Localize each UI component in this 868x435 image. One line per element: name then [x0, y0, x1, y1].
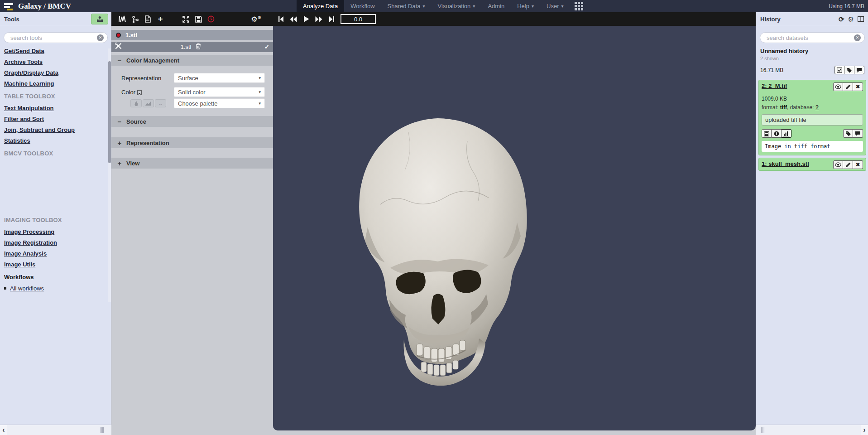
- tool-section-join-subtract-group[interactable]: Join, Subtract and Group: [4, 126, 106, 133]
- palette-select[interactable]: Choose palette ▾: [174, 98, 265, 108]
- tool-section-get-send-data[interactable]: Get/Send Data: [4, 48, 106, 54]
- rescale-range-button[interactable]: ↔: [155, 99, 166, 107]
- active-source-row[interactable]: 1.stl ✓: [111, 42, 273, 52]
- visualize-charts-button[interactable]: [782, 129, 791, 138]
- expand-icon: +: [117, 139, 122, 147]
- bookmark-icon[interactable]: [135, 89, 142, 96]
- history-name[interactable]: Unnamed history: [760, 48, 808, 54]
- toolbox-heading-imaging: IMAGING TOOLBOX: [4, 217, 106, 223]
- galaxy-app: Galaxy / BMCV Analyze Data Workflow Shar…: [0, 0, 868, 435]
- download-save-button[interactable]: [762, 129, 772, 138]
- menu-analyze-data[interactable]: Analyze Data: [297, 0, 344, 12]
- menu-admin[interactable]: Admin: [481, 0, 511, 12]
- skull-mesh-render: [340, 114, 535, 386]
- tool-section-image-processing[interactable]: Image Processing: [4, 228, 106, 235]
- resize-grip[interactable]: [101, 427, 106, 433]
- section-source[interactable]: − Source: [111, 116, 273, 127]
- menu-workflow[interactable]: Workflow: [344, 0, 381, 12]
- history-annotation-button[interactable]: [854, 66, 864, 74]
- edit-curves-icon[interactable]: [116, 12, 129, 26]
- edit-pencil-button[interactable]: [843, 82, 853, 91]
- apply-check-icon[interactable]: ✓: [264, 44, 269, 50]
- render-viewport[interactable]: [273, 26, 756, 430]
- tools-scrollbar-thumb[interactable]: [108, 61, 111, 163]
- tool-section-filter-and-sort[interactable]: Filter and Sort: [4, 116, 106, 122]
- delete-x-button[interactable]: ✖: [853, 160, 863, 169]
- resize-grip[interactable]: [761, 427, 767, 433]
- reset-camera-expand-icon[interactable]: [179, 12, 192, 26]
- clear-search-icon[interactable]: ✕: [854, 34, 861, 41]
- pipeline-tree-icon[interactable]: [129, 12, 141, 26]
- display-eye-button[interactable]: [833, 160, 843, 169]
- delete-x-button[interactable]: ✖: [853, 82, 863, 91]
- active-source-label: 1.stl: [181, 44, 192, 50]
- menu-shared-data[interactable]: Shared Data▾: [381, 0, 432, 12]
- brand[interactable]: Galaxy / BMCV: [4, 0, 71, 12]
- collapse-right-panel-chevron[interactable]: ›: [861, 425, 868, 435]
- time-value-field[interactable]: 0.0: [340, 14, 376, 24]
- previous-frame-button[interactable]: [287, 12, 300, 26]
- refresh-history-icon[interactable]: ⟳: [839, 16, 844, 23]
- save-icon[interactable]: [192, 12, 205, 26]
- representation-select[interactable]: Surface ▾: [174, 73, 265, 83]
- tool-section-archive-tools[interactable]: Archive Tools: [4, 58, 106, 65]
- history-options-gear-icon[interactable]: ⚙: [848, 16, 854, 23]
- clear-search-icon[interactable]: ✕: [97, 34, 104, 41]
- tool-section-image-registration[interactable]: Image Registration: [4, 239, 106, 246]
- color-droplet-button[interactable]: [130, 99, 142, 107]
- all-workflows-link[interactable]: All workflows: [4, 285, 106, 292]
- caret-down-icon: ▾: [259, 90, 261, 94]
- select-items-button[interactable]: [834, 66, 844, 74]
- section-representation[interactable]: + Representation: [111, 137, 273, 148]
- information-icon[interactable]: [167, 12, 179, 26]
- tool-sections: Get/Send Data Archive Tools Graph/Displa…: [4, 48, 106, 292]
- tools-scrollbar[interactable]: [108, 48, 111, 302]
- scalar-range-button[interactable]: [143, 99, 154, 107]
- menu-help[interactable]: Help▾: [511, 0, 540, 12]
- tool-section-statistics[interactable]: Statistics: [4, 137, 106, 144]
- history-tags-button[interactable]: [844, 66, 854, 74]
- section-view[interactable]: + View: [111, 158, 273, 169]
- history-search-input[interactable]: [767, 34, 854, 41]
- menu-visualization[interactable]: Visualization▾: [432, 0, 482, 12]
- webhooks-grid-icon[interactable]: [575, 2, 583, 10]
- pipeline-source-row[interactable]: 1.stl: [111, 30, 273, 40]
- multi-history-view-icon[interactable]: [858, 16, 864, 22]
- representation-label: Representation: [121, 75, 161, 82]
- right-panel-bottom-bar: ›: [756, 425, 868, 435]
- add-source-icon[interactable]: +: [154, 12, 167, 26]
- quota-usage[interactable]: Using 16.7 MB: [829, 0, 864, 12]
- tool-section-image-analysis[interactable]: Image Analysis: [4, 250, 106, 257]
- tool-section-graph-display-data[interactable]: Graph/Display Data: [4, 69, 106, 76]
- timer-clock-icon[interactable]: [205, 12, 217, 26]
- tool-section-image-utils[interactable]: Image Utils: [4, 261, 106, 268]
- tools-search-input[interactable]: [10, 34, 97, 41]
- section-color-management[interactable]: − Color Management: [111, 55, 273, 66]
- database-link[interactable]: ?: [815, 104, 819, 111]
- history-panel: History ⟳ ⚙ ✕ Unnamed history 2 shown 16…: [756, 12, 868, 425]
- expand-icon: +: [117, 160, 122, 167]
- color-label: Color: [121, 89, 142, 96]
- edit-pencil-button[interactable]: [843, 160, 853, 169]
- file-icon[interactable]: [141, 12, 154, 26]
- delete-source-icon[interactable]: [196, 43, 201, 51]
- menu-user[interactable]: User▾: [540, 0, 570, 12]
- color-select[interactable]: Solid color ▾: [174, 87, 265, 97]
- play-button[interactable]: [300, 12, 312, 26]
- dataset-details-info-button[interactable]: [772, 129, 782, 138]
- collapse-left-panel-chevron[interactable]: ‹: [0, 425, 7, 435]
- caret-down-icon: ▾: [259, 76, 261, 80]
- dataset-annotation-button[interactable]: [853, 129, 863, 138]
- dataset-title-link[interactable]: 2: 2_M.tif: [762, 82, 787, 89]
- skip-to-start-button[interactable]: [274, 12, 287, 26]
- settings-gears-icon[interactable]: ⚙⚙: [250, 12, 263, 26]
- workflows-title: Workflows: [4, 274, 106, 280]
- tool-section-text-manipulation[interactable]: Text Manipulation: [4, 105, 106, 111]
- dataset-title-link[interactable]: 1: skull_mesh.stl: [762, 160, 809, 167]
- dataset-tags-button[interactable]: [843, 129, 853, 138]
- upload-button[interactable]: [91, 14, 108, 24]
- tool-section-machine-learning[interactable]: Machine Learning: [4, 80, 106, 87]
- skip-to-end-button[interactable]: [325, 12, 338, 26]
- display-eye-button[interactable]: [833, 82, 843, 91]
- next-frame-button[interactable]: [312, 12, 325, 26]
